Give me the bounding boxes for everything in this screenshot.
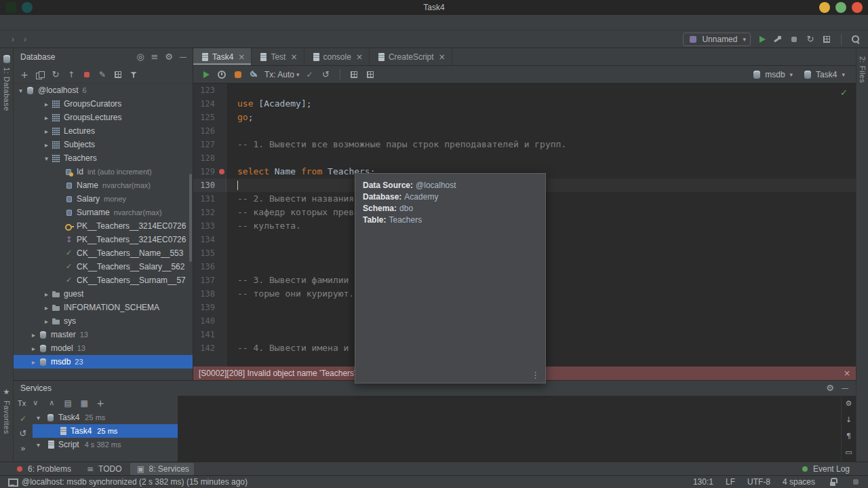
- tree-chevron[interactable]: ▸: [42, 128, 51, 135]
- tree-item[interactable]: ▸ GroupsLectures: [14, 111, 193, 124]
- rollback-icon[interactable]: [321, 69, 332, 80]
- close-tab-icon[interactable]: [356, 52, 363, 62]
- tree-item[interactable]: CK__Teachers__Salary__562: [14, 260, 193, 274]
- editor-line[interactable]: 128: [193, 151, 856, 165]
- hide-icon[interactable]: [840, 383, 850, 394]
- tree-item[interactable]: Id int (auto increment): [14, 165, 193, 179]
- tree-item[interactable]: ▾ @localhost 6: [14, 83, 193, 97]
- grid-icon[interactable]: [365, 69, 376, 80]
- tree-item[interactable]: ▸ Lectures: [14, 124, 193, 138]
- tree-chevron[interactable]: ▸: [42, 141, 51, 149]
- close-icon[interactable]: [852, 2, 863, 13]
- close-tab-icon[interactable]: [439, 52, 446, 62]
- plus-icon[interactable]: [95, 398, 106, 409]
- stripe-files-button[interactable]: 2: Files: [859, 54, 867, 83]
- search-icon[interactable]: [850, 34, 861, 45]
- wrench-icon[interactable]: [249, 69, 260, 80]
- tree-chevron[interactable]: ▸: [42, 318, 51, 325]
- tree-item[interactable]: CK__Teachers__Surnam__57: [14, 274, 193, 287]
- more-icon[interactable]: [18, 443, 28, 454]
- commit-icon[interactable]: [18, 413, 28, 424]
- tree-chevron[interactable]: ▸: [29, 358, 38, 366]
- session-selector[interactable]: Task4: [802, 69, 845, 80]
- project-icon[interactable]: [22, 2, 33, 13]
- tree-item[interactable]: Name nvarchar(max): [14, 179, 193, 192]
- app-icon[interactable]: [5, 2, 16, 13]
- stop-red-icon[interactable]: [81, 69, 92, 80]
- background-tasks-icon[interactable]: [850, 476, 861, 487]
- tree-item[interactable]: ▸ master 13: [14, 328, 193, 341]
- toolwindow-button[interactable]: 8: Services: [130, 463, 193, 475]
- commit-icon[interactable]: [304, 69, 315, 80]
- layout-icon[interactable]: [821, 34, 832, 45]
- play-icon[interactable]: [756, 34, 767, 45]
- toolwindow-button[interactable]: TODO: [80, 463, 126, 475]
- tree-item[interactable]: ▸ GroupsCurators: [14, 97, 193, 111]
- stripe-favorites-button[interactable]: Favorites: [1, 387, 12, 434]
- view-options-icon[interactable]: [149, 52, 160, 62]
- profiler-icon[interactable]: [805, 34, 816, 45]
- rollback-icon[interactable]: [18, 428, 28, 439]
- breadcrumb-item[interactable]: [19, 35, 31, 44]
- tree-item[interactable]: PK__Teachers__3214EC0726: [14, 233, 193, 246]
- service-item[interactable]: ▾ Task4 25 ms: [33, 411, 178, 424]
- editor-line[interactable]: 125 go;: [193, 111, 856, 124]
- tree-item[interactable]: PK__Teachers__3214EC0726: [14, 219, 193, 233]
- play-icon[interactable]: [200, 69, 211, 80]
- plus-icon[interactable]: [19, 69, 30, 80]
- wrap-icon[interactable]: [844, 431, 854, 442]
- editor-tab[interactable]: Test: [252, 48, 304, 65]
- target-icon[interactable]: [135, 52, 146, 62]
- editor-tab[interactable]: console: [304, 48, 370, 65]
- close-icon[interactable]: [844, 369, 850, 378]
- tree-item[interactable]: ▸ msdb 23: [14, 355, 193, 369]
- settings-small-icon[interactable]: [844, 398, 854, 409]
- tree-chevron[interactable]: ▾: [16, 87, 25, 94]
- close-tab-icon[interactable]: [290, 52, 297, 62]
- tree-item[interactable]: ▸ guest: [14, 287, 193, 301]
- tree-chevron[interactable]: ▾: [37, 414, 45, 421]
- grid-icon[interactable]: [113, 69, 123, 80]
- close-tab-icon[interactable]: [238, 52, 245, 62]
- line-separator[interactable]: LF: [726, 477, 735, 487]
- upload-icon[interactable]: [66, 69, 77, 80]
- gear-icon[interactable]: [163, 52, 174, 62]
- inspections-ok-icon[interactable]: [840, 88, 848, 98]
- stripe-database-button[interactable]: 1: Database: [1, 54, 12, 111]
- plan-icon[interactable]: [349, 69, 359, 80]
- database-orange-icon[interactable]: [233, 69, 243, 80]
- toolwindow-toggle-icon[interactable]: [7, 476, 18, 487]
- build-icon[interactable]: [772, 34, 783, 45]
- editor-line[interactable]: 123: [193, 83, 856, 97]
- tree-chevron[interactable]: ▸: [42, 100, 51, 108]
- gear-icon[interactable]: [825, 383, 835, 394]
- minimize-icon[interactable]: [819, 2, 830, 13]
- group-icon[interactable]: [62, 398, 73, 409]
- lock-icon[interactable]: [827, 476, 838, 487]
- tree-chevron[interactable]: ▸: [29, 331, 38, 339]
- caret-position[interactable]: 130:1: [693, 477, 713, 487]
- tree-chevron[interactable]: ▸: [42, 114, 51, 121]
- editor-tab[interactable]: CreateScript: [370, 48, 452, 65]
- stop-icon[interactable]: [789, 34, 800, 45]
- service-item[interactable]: Task4 25 ms: [33, 424, 178, 438]
- duplicate-icon[interactable]: [35, 69, 45, 80]
- database-selector[interactable]: msdb: [751, 69, 793, 80]
- maximize-icon[interactable]: [835, 2, 846, 13]
- scroll-down-icon[interactable]: [844, 415, 854, 426]
- editor-line[interactable]: 126: [193, 124, 856, 138]
- tree-item[interactable]: Surname nvarchar(max): [14, 206, 193, 219]
- breadcrumb-item[interactable]: [7, 35, 19, 44]
- tree-chevron[interactable]: ▸: [42, 290, 51, 298]
- hide-icon[interactable]: [178, 52, 189, 62]
- scrollbar-thumb[interactable]: [189, 174, 192, 262]
- tx-label[interactable]: Tx: [18, 399, 26, 407]
- filter-icon[interactable]: [128, 69, 139, 80]
- editor-tab[interactable]: Task4: [193, 48, 252, 65]
- kebab-menu-icon[interactable]: [531, 370, 540, 380]
- tree-chevron[interactable]: ▾: [42, 155, 51, 162]
- tree-item[interactable]: ▾ Teachers: [14, 151, 193, 165]
- pencil-icon[interactable]: [97, 69, 108, 80]
- tree-item[interactable]: Salary money: [14, 192, 193, 206]
- tx-mode-selector[interactable]: Tx: Auto: [264, 70, 300, 79]
